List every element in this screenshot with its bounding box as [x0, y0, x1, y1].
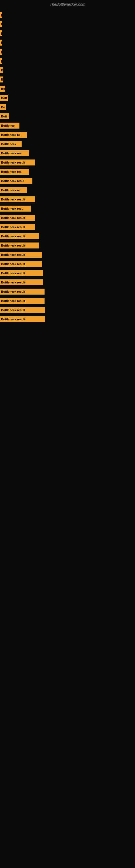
bar-label: Bottleneck result [0, 196, 35, 203]
bar-row: B [0, 75, 135, 84]
bar-label: Bo [0, 86, 5, 92]
bar-label: Bottleneck re [0, 187, 27, 193]
bar-label: Bott [0, 95, 8, 101]
bar-row: B [0, 38, 135, 47]
bar-row: Bottleneck res [0, 167, 135, 176]
bars-section: |F|B||BBBoBottBoBottBottlenecBottleneck … [0, 8, 135, 324]
bar-row: Bottleneck result [0, 269, 135, 278]
bar-row: Bottleneck result [0, 213, 135, 222]
bar-label: Bottleneck re [0, 132, 27, 138]
bar-label: Bottleneck result [0, 224, 35, 230]
bar-row: Bott [0, 93, 135, 102]
bar-row: Bottleneck re [0, 186, 135, 195]
bar-row: Bottleneck result [0, 296, 135, 305]
bar-label: Bottleneck result [0, 279, 43, 285]
bar-label: F [0, 21, 2, 27]
bar-row: Bottleneck result [0, 222, 135, 231]
bar-row: Bottleneck re [0, 130, 135, 140]
bar-label: B [0, 67, 3, 73]
bar-row: | [0, 47, 135, 56]
bar-label: Bottleneck result [0, 289, 45, 294]
bar-row: Bott [0, 112, 135, 121]
bar-row: Bottleneck result [0, 278, 135, 287]
bar-label: Bottleneck result [0, 243, 39, 248]
bar-row: Bottleneck result [0, 287, 135, 296]
bar-label: B [0, 40, 2, 45]
bar-row: B [0, 66, 135, 75]
page-container: TheBottlenecker.com |F|B||BBBoBottBoBott… [0, 0, 135, 324]
bar-label: Bottleneck result [0, 261, 42, 267]
bar-label: | [0, 30, 2, 36]
bar-row: Bottlenec [0, 121, 135, 130]
bar-row: Bo [0, 84, 135, 93]
bar-label: Bottleneck result [0, 233, 39, 239]
site-title: TheBottlenecker.com [0, 0, 135, 8]
bar-label: Bottleneck result [0, 159, 35, 165]
bar-label: Bo [0, 104, 6, 110]
bar-row: Bottleneck [0, 140, 135, 149]
bar-row: | [0, 10, 135, 20]
bar-row: Bo [0, 102, 135, 112]
bar-row: Bottleneck result [0, 241, 135, 250]
bar-row: Bottleneck result [0, 305, 135, 315]
bar-label: | [0, 12, 2, 18]
bar-label: Bottleneck resul [0, 178, 32, 184]
bar-row: Bottleneck result [0, 250, 135, 259]
bar-label: Bottleneck result [0, 252, 42, 258]
bar-row: Bottleneck result [0, 158, 135, 167]
bar-label: Bottleneck result [0, 298, 45, 304]
bar-row: | [0, 56, 135, 66]
bar-label: Bottleneck result [0, 316, 45, 322]
bar-row: Bottleneck resu [0, 204, 135, 213]
bar-label: | [0, 49, 2, 55]
bar-row: | [0, 29, 135, 38]
bar-label: Bott [0, 113, 9, 119]
bar-label: Bottleneck result [0, 307, 45, 313]
bar-label: B [0, 76, 3, 83]
bar-label: | [0, 58, 2, 64]
bar-row: Bottleneck result [0, 231, 135, 241]
bar-label: Bottleneck resu [0, 206, 31, 212]
bar-label: Bottleneck res [0, 150, 29, 156]
bar-label: Bottleneck result [0, 270, 43, 276]
bar-label: Bottleneck result [0, 215, 35, 221]
bar-row: F [0, 20, 135, 29]
bar-label: Bottleneck res [0, 169, 29, 175]
bar-label: Bottleneck [0, 141, 21, 147]
bar-row: Bottleneck result [0, 259, 135, 269]
bar-row: Bottleneck res [0, 149, 135, 158]
bar-row: Bottleneck result [0, 195, 135, 204]
bar-row: Bottleneck result [0, 315, 135, 324]
bar-row: Bottleneck resul [0, 176, 135, 186]
bar-label: Bottlenec [0, 123, 19, 129]
